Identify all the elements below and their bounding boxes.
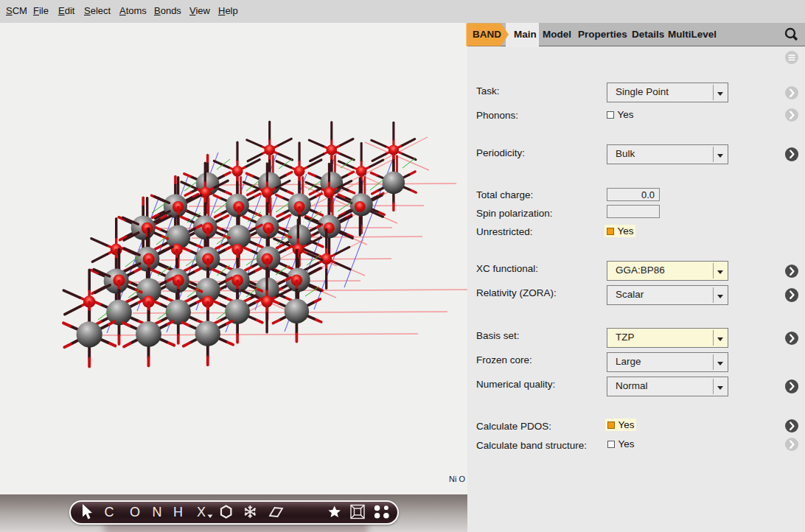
svg-text:X: X bbox=[197, 505, 206, 519]
svg-text:N: N bbox=[153, 505, 162, 519]
svg-text:C: C bbox=[105, 505, 114, 519]
svg-text:H: H bbox=[173, 505, 183, 519]
svg-text:O: O bbox=[130, 505, 140, 519]
